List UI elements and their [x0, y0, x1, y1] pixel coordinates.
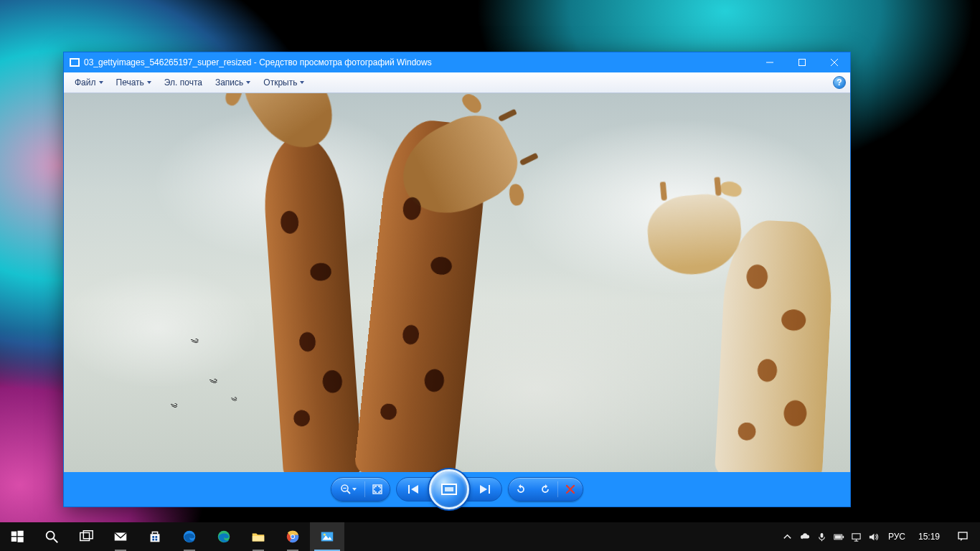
svg-rect-8 [489, 485, 490, 494]
menu-burn[interactable]: Запись [209, 75, 257, 90]
slideshow-button[interactable] [429, 469, 469, 509]
minimize-button[interactable] [753, 52, 786, 72]
edge-icon [182, 529, 197, 545]
chevron-down-icon [300, 81, 304, 84]
task-view-icon [78, 529, 94, 545]
menu-print[interactable]: Печать [110, 75, 158, 90]
edit-group [508, 477, 583, 501]
menu-file[interactable]: Файл [68, 75, 110, 90]
battery-tray-icon[interactable] [831, 522, 848, 551]
menu-email[interactable]: Эл. почта [158, 75, 209, 90]
clock-label: 15:19 [918, 532, 940, 542]
svg-rect-12 [17, 531, 23, 536]
svg-rect-41 [958, 532, 967, 539]
previous-button[interactable] [396, 477, 433, 501]
svg-point-29 [291, 535, 294, 538]
bird-silhouette: ༄ [191, 336, 198, 349]
mail-app-button[interactable] [103, 522, 138, 551]
svg-rect-21 [155, 536, 157, 538]
svg-rect-33 [821, 532, 824, 537]
action-center-button[interactable] [947, 522, 979, 551]
window-title: 03_gettyimages_546265197_super_resized -… [84, 57, 753, 67]
chevron-down-icon [147, 81, 151, 84]
svg-marker-9 [519, 484, 521, 489]
action-center-icon [957, 531, 969, 542]
rotate-cw-button[interactable] [533, 477, 557, 501]
store-app-button[interactable] [138, 522, 172, 551]
displayed-image: ༄ ༄ ༄ ༄ [64, 93, 850, 472]
task-view-button[interactable] [69, 522, 103, 551]
svg-rect-22 [152, 539, 154, 541]
svg-marker-40 [870, 533, 875, 540]
svg-point-32 [324, 534, 326, 536]
svg-marker-10 [545, 484, 547, 489]
zoom-group [331, 477, 390, 501]
bird-silhouette: ༄ [231, 395, 237, 405]
chevron-down-icon [99, 81, 103, 84]
svg-rect-36 [843, 535, 844, 537]
edge-dev-browser-button[interactable] [207, 522, 241, 551]
help-icon: ? [837, 77, 842, 88]
chrome-icon [285, 529, 301, 545]
titlebar[interactable]: 03_gettyimages_546265197_super_resized -… [64, 52, 850, 72]
search-button[interactable] [34, 522, 69, 551]
svg-rect-20 [152, 536, 154, 538]
chevron-up-icon [782, 532, 793, 542]
maximize-button[interactable] [786, 52, 818, 72]
svg-point-15 [47, 532, 55, 540]
bird-silhouette: ༄ [209, 376, 217, 389]
taskbar-left [0, 522, 344, 551]
svg-rect-26 [253, 536, 265, 541]
rotate-ccw-button[interactable] [509, 477, 533, 501]
file-explorer-button[interactable] [241, 522, 275, 551]
network-tray-icon[interactable] [848, 522, 865, 551]
svg-rect-37 [852, 533, 860, 539]
svg-marker-7 [480, 485, 487, 494]
search-icon [44, 529, 60, 545]
photo-viewer-icon [319, 529, 335, 545]
menubar: Файл Печать Эл. почта Запись Открыть ? [64, 72, 850, 93]
edge-browser-button[interactable] [172, 522, 207, 551]
taskbar: РУС 15:19 [0, 522, 980, 551]
menu-open[interactable]: Открыть [257, 75, 311, 90]
store-icon [147, 529, 163, 545]
delete-button[interactable] [558, 477, 583, 501]
zoom-button[interactable] [331, 477, 364, 501]
bird-silhouette: ༄ [171, 400, 177, 412]
microphone-icon [816, 532, 827, 542]
giraffe-figure [372, 121, 473, 472]
volume-tray-icon[interactable] [865, 522, 882, 551]
photo-viewer-taskbar-button[interactable] [310, 522, 344, 551]
svg-rect-18 [83, 531, 93, 539]
giraffe-figure [721, 221, 829, 472]
start-button[interactable] [0, 522, 34, 551]
app-icon [70, 58, 80, 67]
microphone-tray-icon[interactable] [814, 522, 831, 551]
windows-logo-icon [9, 529, 25, 545]
network-icon [851, 532, 862, 542]
svg-rect-17 [80, 533, 90, 541]
language-indicator[interactable]: РУС [882, 532, 911, 542]
close-button[interactable] [818, 52, 850, 72]
battery-icon [834, 532, 844, 542]
onedrive-tray-icon[interactable] [796, 522, 814, 551]
svg-line-16 [54, 539, 58, 543]
help-button[interactable]: ? [833, 76, 846, 89]
chrome-browser-button[interactable] [275, 522, 310, 551]
language-label: РУС [888, 532, 905, 542]
menu-email-label: Эл. почта [164, 77, 202, 88]
show-hidden-icons-button[interactable] [779, 522, 796, 551]
fit-window-button[interactable] [365, 477, 390, 501]
taskbar-right: РУС 15:19 [779, 522, 980, 551]
giraffe-figure [272, 135, 351, 472]
menu-burn-label: Запись [215, 77, 243, 88]
clock[interactable]: 15:19 [911, 532, 947, 542]
svg-rect-4 [373, 485, 382, 494]
svg-line-2 [347, 491, 350, 494]
svg-rect-0 [798, 60, 805, 66]
image-viewport[interactable]: ༄ ༄ ༄ ༄ [64, 93, 850, 472]
chevron-down-icon [352, 488, 357, 491]
next-button[interactable] [465, 477, 502, 501]
volume-icon [868, 532, 879, 542]
chevron-down-icon [246, 81, 250, 84]
